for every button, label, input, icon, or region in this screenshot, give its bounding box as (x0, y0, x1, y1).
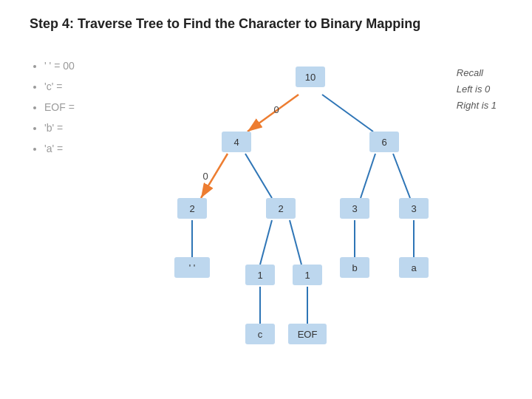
bullet-item-1: ' ' = 00 (44, 55, 75, 76)
edge-label-n4-left: 0 (202, 171, 208, 182)
edge-label-root-left: 0 (273, 104, 279, 115)
bullet-list: ' ' = 00 'c' = EOF = 'b' = 'a' = (30, 55, 75, 159)
node-n3l-label: 3 (352, 203, 357, 214)
edge-n2r-right (290, 220, 301, 265)
node-na-label: a (411, 262, 417, 273)
node-n4-label: 4 (233, 137, 239, 148)
node-n1r-label: 1 (304, 270, 310, 281)
page-title: Step 4: Traverse Tree to Find the Charac… (30, 16, 420, 32)
edge-n6-right (393, 154, 410, 198)
node-n1l-label: 1 (257, 270, 262, 281)
node-root-label: 10 (305, 72, 316, 83)
bullet-item-5: 'a' = (44, 138, 75, 159)
edge-n2r-left (260, 220, 272, 265)
edge-n4-right (245, 154, 272, 198)
node-nb-label: b (352, 262, 357, 273)
node-nc-label: c (258, 329, 263, 340)
bullet-item-4: 'b' = (44, 117, 75, 138)
edge-root-right (322, 95, 373, 132)
node-n3r-label: 3 (411, 203, 416, 214)
node-n2l-label: 2 (189, 203, 194, 214)
edge-n6-left (361, 154, 375, 198)
node-neof-label: EOF (298, 329, 318, 340)
node-sp-label: ' ' (189, 262, 196, 273)
node-n6-label: 6 (381, 137, 386, 148)
bullet-item-2: 'c' = (44, 76, 75, 97)
tree-diagram: 0 0 10 4 6 2 2 3 3 ' ' b a 1 1 c EOF (118, 44, 473, 384)
node-n2r-label: 2 (278, 203, 283, 214)
bullet-item-3: EOF = (44, 97, 75, 117)
